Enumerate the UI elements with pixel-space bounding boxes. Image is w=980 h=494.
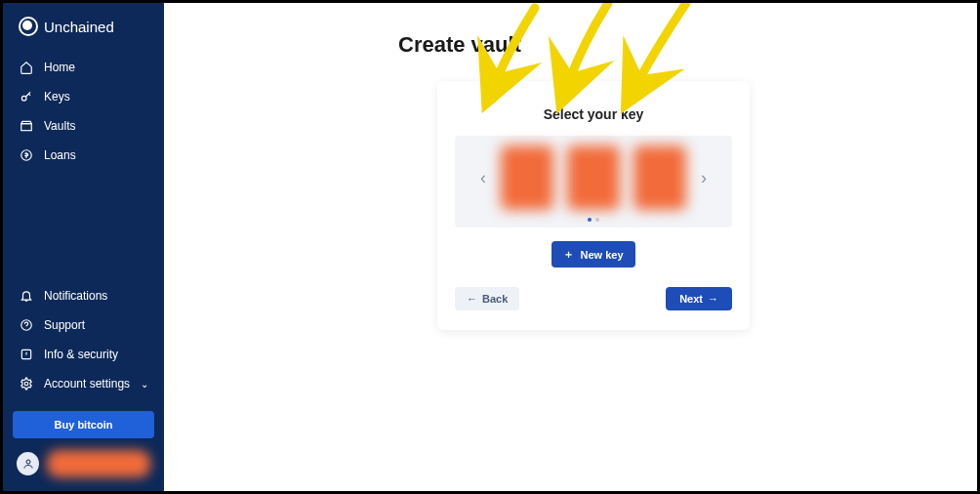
key-option[interactable] <box>567 145 620 210</box>
back-label: Back <box>482 293 508 305</box>
profile-name-redacted <box>47 450 150 477</box>
nav-secondary: Notifications Support Info & security Ac… <box>3 282 164 477</box>
sidebar-item-label: Support <box>44 318 85 332</box>
sidebar-item-info-security[interactable]: Info & security <box>3 341 164 368</box>
carousel-dot[interactable] <box>595 218 599 222</box>
sidebar-item-support[interactable]: Support <box>3 311 164 339</box>
sidebar-item-label: Keys <box>44 90 70 103</box>
card-title: Select your key <box>455 106 732 122</box>
sidebar-item-label: Info & security <box>44 348 118 361</box>
sidebar-item-label: Account settings <box>44 377 130 391</box>
vault-icon <box>19 118 34 134</box>
support-icon <box>19 317 34 333</box>
key-carousel: ‹ › <box>455 136 732 227</box>
svg-point-6 <box>26 460 30 464</box>
sidebar-item-home[interactable]: Home <box>3 54 164 81</box>
carousel-dots <box>463 218 724 222</box>
sidebar-item-account-settings[interactable]: Account settings ⌄ <box>3 370 164 397</box>
sidebar-item-keys[interactable]: Keys <box>3 83 164 110</box>
avatar-icon <box>17 452 39 475</box>
carousel-dot[interactable] <box>588 218 592 222</box>
sidebar-item-label: Loans <box>44 148 76 162</box>
arrow-right-icon: → <box>708 293 718 305</box>
nav-primary: Home Keys Vaults Loans <box>3 54 164 169</box>
next-button[interactable]: Next → <box>666 287 732 310</box>
select-key-card: Select your key ‹ › <box>437 81 750 330</box>
back-button[interactable]: ← Back <box>455 287 519 310</box>
chevron-down-icon: ⌄ <box>141 379 148 390</box>
arrow-left-icon: ← <box>467 293 477 305</box>
brand-logo[interactable]: Unchained <box>3 17 164 54</box>
brand-name: Unchained <box>44 19 114 35</box>
home-icon <box>19 60 34 75</box>
plus-icon: ＋ <box>563 247 574 262</box>
sidebar-item-label: Notifications <box>44 289 107 303</box>
key-option[interactable] <box>633 145 686 210</box>
sidebar-item-loans[interactable]: Loans <box>3 142 164 169</box>
svg-point-0 <box>21 96 26 101</box>
buy-bitcoin-button[interactable]: Buy bitcoin <box>13 411 154 438</box>
shield-icon <box>19 347 34 362</box>
sidebar-item-label: Vaults <box>44 119 75 133</box>
gear-icon <box>19 376 34 391</box>
profile-row[interactable] <box>3 450 164 477</box>
key-icon <box>19 89 34 104</box>
new-key-label: New key <box>580 249 623 261</box>
new-key-button[interactable]: ＋ New key <box>551 241 634 268</box>
sidebar-item-notifications[interactable]: Notifications <box>3 282 164 309</box>
key-option[interactable] <box>501 145 553 210</box>
carousel-next-button[interactable]: › <box>696 168 712 188</box>
svg-point-5 <box>24 382 28 386</box>
sidebar-item-vaults[interactable]: Vaults <box>3 112 164 140</box>
svg-rect-1 <box>21 124 32 131</box>
main-content: Create vault Select your key ‹ › <box>164 3 977 491</box>
bell-icon <box>19 288 34 304</box>
next-label: Next <box>679 293 703 305</box>
page-title: Create vault <box>398 32 938 58</box>
carousel-prev-button[interactable]: ‹ <box>475 168 491 188</box>
loans-icon <box>19 147 34 163</box>
logo-icon <box>19 17 38 36</box>
key-options-redacted <box>501 145 686 210</box>
sidebar: Unchained Home Keys Vaults Loans <box>3 3 164 491</box>
sidebar-item-label: Home <box>44 61 75 74</box>
